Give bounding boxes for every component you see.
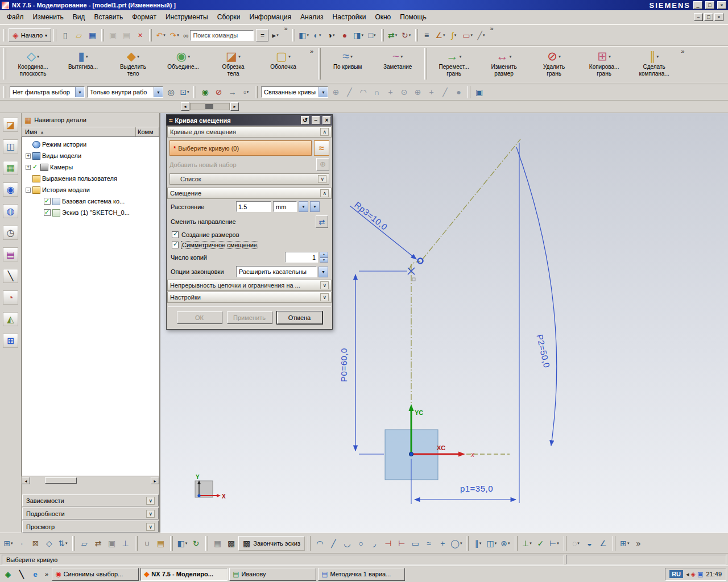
chevron-down-icon[interactable] xyxy=(318,175,326,183)
notes-button[interactable]: ▤ xyxy=(154,537,167,550)
offset-pair-button[interactable]: ◇ xyxy=(43,537,56,550)
dialog-minimize-button[interactable]: − xyxy=(312,116,320,124)
tree-expand-toggle[interactable] xyxy=(26,153,31,159)
toolbar-handle[interactable] xyxy=(318,48,321,80)
dimension-rp3[interactable]: Rp3=10,0 xyxy=(350,199,416,259)
rectangle-button[interactable]: ▭ xyxy=(409,537,422,550)
origin-point[interactable] xyxy=(409,452,413,456)
sketch-groups-button[interactable]: ▣ xyxy=(105,537,118,550)
list-section-bar[interactable]: Список xyxy=(169,173,329,185)
language-indicator[interactable]: RU xyxy=(669,570,683,578)
menu-item[interactable]: Инструменты xyxy=(161,11,213,23)
dimension-p0-text[interactable]: P0=60,0 xyxy=(339,348,349,382)
make-coplanar-button[interactable]: ∥ Сделать комплана... xyxy=(630,48,679,82)
circle-button[interactable]: ○ xyxy=(354,537,367,550)
toolbar-overflow-chevron[interactable]: » xyxy=(308,48,316,55)
stepper-up-icon[interactable]: ▲ xyxy=(320,252,328,257)
ellipse-button[interactable]: ◯ xyxy=(450,537,463,550)
chevron-down-icon[interactable] xyxy=(146,497,155,505)
start-menu-button[interactable]: ◈ Начало xyxy=(9,28,51,42)
arc-button[interactable]: ◡ xyxy=(341,537,354,550)
dialog-reset-button[interactable]: ↺ xyxy=(301,116,309,124)
open-button[interactable]: ▱ xyxy=(72,29,85,42)
trim-body-button[interactable]: ◪ Обрезка тела xyxy=(209,48,258,82)
copy-button[interactable]: ▣ xyxy=(106,29,119,42)
work-cube-button[interactable]: ▣ xyxy=(473,86,486,99)
menu-item[interactable]: Окно xyxy=(370,11,395,23)
mdi-restore-button[interactable]: □ xyxy=(704,13,713,21)
cap-options-combo[interactable]: Расширить касательны xyxy=(236,266,317,277)
scroll-right-button[interactable]: ▸ xyxy=(151,477,159,484)
taskbar-window-nx[interactable]: ◆ NX 7.5 - Моделиро... xyxy=(140,568,228,581)
window-restore-button[interactable]: □ xyxy=(705,1,714,9)
save-button[interactable]: ▦ xyxy=(86,29,99,42)
taskbar-window-metodichka[interactable]: ▤ Методичка 1 вариа... xyxy=(318,568,405,581)
toolbar-handle[interactable] xyxy=(466,536,469,551)
rotate-view-button[interactable]: ↻ xyxy=(400,29,413,42)
select-curve-prompt[interactable]: * Выберите кривую (0) xyxy=(169,140,312,156)
line-button[interactable]: ╱ xyxy=(327,537,340,550)
section-dependencies[interactable]: Зависимости xyxy=(22,494,159,506)
snap-angle-button[interactable]: ∠ xyxy=(434,29,447,42)
quick-launch-app-icon[interactable]: ◈ xyxy=(2,568,14,580)
diagonal-centerline[interactable] xyxy=(422,139,520,260)
unite-button[interactable]: ◉ Объедине... xyxy=(159,48,208,82)
copies-stepper[interactable]: ▲▼ xyxy=(320,252,328,263)
dialog-close-button[interactable]: × xyxy=(322,116,331,124)
tree-checkbox[interactable] xyxy=(44,198,51,205)
move-face-button[interactable]: → Перемест... грань xyxy=(429,48,478,82)
dimension-p2[interactable]: P2=50,0 xyxy=(516,147,557,446)
chevron-up-icon[interactable] xyxy=(320,189,329,197)
extend-button[interactable]: ⊢ xyxy=(395,537,408,550)
intersection-snap-button[interactable]: + xyxy=(384,86,397,99)
copies-input[interactable] xyxy=(285,252,318,263)
tree-item-user-expressions[interactable]: Выражения пользователя xyxy=(22,173,159,184)
trim-button[interactable]: ⊣ xyxy=(382,537,395,550)
pattern-curve-button[interactable]: ⊠ xyxy=(29,537,42,550)
taskbar-window-opera[interactable]: ◉ Синонимы «выбор... xyxy=(52,568,139,581)
chevron-up-icon[interactable] xyxy=(320,128,329,136)
center-snap-button[interactable]: ⊙ xyxy=(398,86,411,99)
palette-tab[interactable]: ▤ xyxy=(3,247,18,261)
mirror-curve-button[interactable]: ◫ xyxy=(485,537,498,550)
toolbar-overflow-chevron[interactable]: » xyxy=(488,25,496,32)
tree-expand-toggle[interactable] xyxy=(26,165,31,170)
no-selection-button[interactable]: ⊘ xyxy=(212,86,225,99)
tree-item-model-history[interactable]: История модели xyxy=(22,184,159,196)
scroll-left-button[interactable]: ◂ xyxy=(181,102,189,111)
window-close-button[interactable]: × xyxy=(717,1,726,9)
new-part-button[interactable]: ▯ xyxy=(59,29,72,42)
quick-launch-overflow[interactable]: » xyxy=(43,571,50,577)
toolbar-handle[interactable] xyxy=(135,536,138,551)
mdi-minimize-button[interactable]: − xyxy=(694,13,703,21)
curve-select-button[interactable]: ≈ xyxy=(314,140,329,156)
orient-view-button[interactable]: ◧ xyxy=(297,29,311,42)
tray-display-icon[interactable]: ▣ xyxy=(697,571,703,578)
offset-curve-button[interactable]: ∥ xyxy=(471,537,485,550)
pattern-button[interactable]: ⊞ xyxy=(618,537,631,550)
point-on-face-snap-button[interactable]: ● xyxy=(452,86,465,99)
unit-dropdown-button[interactable] xyxy=(299,201,308,212)
swept-button[interactable]: ~ Заметание xyxy=(373,48,422,82)
menu-item[interactable]: Формат xyxy=(127,11,161,23)
auto-constrain-button[interactable]: ✓ xyxy=(534,537,547,550)
scene-tab[interactable]: ◭ xyxy=(3,312,18,326)
dimension-rp3-text[interactable]: Rp3=10,0 xyxy=(353,199,390,232)
navigator-horizontal-scrollbar[interactable]: ◂ ▸ xyxy=(22,476,159,484)
through-curves-button[interactable]: ≈ По кривым xyxy=(323,48,372,82)
selection-scope-combo[interactable]: Только внутри рабо xyxy=(87,86,163,98)
shade-view-button[interactable]: ◑ xyxy=(325,29,338,42)
taskbar-window-ivanov[interactable]: ▤ Иванову xyxy=(229,568,316,581)
toolbar-handle[interactable] xyxy=(170,536,173,551)
extrude-button[interactable]: ▮ Вытягива... xyxy=(59,48,107,82)
symmetric-offset-checkbox[interactable] xyxy=(172,242,179,248)
arc-snap-button[interactable]: ◠ xyxy=(357,86,370,99)
snap-enable-button[interactable]: ◉ xyxy=(198,86,212,99)
anchor-button[interactable]: ⊥ xyxy=(119,537,132,550)
toolbar-handle[interactable] xyxy=(53,29,56,41)
copy-face-button[interactable]: ⊞ Копирова... грань xyxy=(580,48,628,82)
templates-tab[interactable]: ⊞ xyxy=(3,334,18,348)
reattach-button[interactable]: ⇄ xyxy=(92,537,105,550)
toolbar-handle[interactable] xyxy=(205,536,208,551)
menu-item[interactable]: Вид xyxy=(68,11,90,23)
